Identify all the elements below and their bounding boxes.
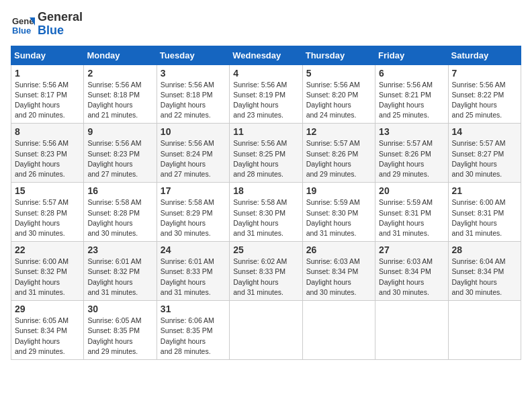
header: General Blue General Blue xyxy=(11,11,521,38)
calendar-cell: 4 Sunrise: 5:56 AM Sunset: 8:19 PM Dayli… xyxy=(230,64,302,124)
day-number: 14 xyxy=(452,126,517,137)
day-number: 5 xyxy=(306,68,371,79)
day-number: 25 xyxy=(233,244,298,255)
calendar-week-3: 15 Sunrise: 5:57 AM Sunset: 8:28 PM Dayl… xyxy=(11,183,521,242)
day-info: Sunrise: 6:03 AM Sunset: 8:34 PM Dayligh… xyxy=(306,257,371,298)
weekday-friday: Friday xyxy=(375,46,448,64)
day-info: Sunrise: 6:01 AM Sunset: 8:32 PM Dayligh… xyxy=(87,257,152,298)
calendar-cell: 22 Sunrise: 6:00 AM Sunset: 8:32 PM Dayl… xyxy=(11,242,84,301)
day-info: Sunrise: 5:56 AM Sunset: 8:19 PM Dayligh… xyxy=(233,80,298,121)
day-number: 1 xyxy=(15,68,80,79)
day-info: Sunrise: 6:04 AM Sunset: 8:34 PM Dayligh… xyxy=(452,257,517,298)
day-number: 3 xyxy=(161,68,226,79)
calendar-cell: 11 Sunrise: 5:56 AM Sunset: 8:25 PM Dayl… xyxy=(230,124,302,183)
day-info: Sunrise: 6:03 AM Sunset: 8:34 PM Dayligh… xyxy=(379,257,444,298)
calendar-cell: 24 Sunrise: 6:01 AM Sunset: 8:33 PM Dayl… xyxy=(157,242,229,301)
calendar-cell: 1 Sunrise: 5:56 AM Sunset: 8:17 PM Dayli… xyxy=(11,64,84,124)
calendar-cell: 14 Sunrise: 5:57 AM Sunset: 8:27 PM Dayl… xyxy=(448,124,521,183)
day-info: Sunrise: 5:59 AM Sunset: 8:30 PM Dayligh… xyxy=(306,197,371,238)
svg-text:Blue: Blue xyxy=(12,26,31,36)
day-number: 18 xyxy=(233,185,298,196)
day-number: 20 xyxy=(379,185,444,196)
calendar-cell: 9 Sunrise: 5:56 AM Sunset: 8:23 PM Dayli… xyxy=(84,124,157,183)
day-number: 7 xyxy=(452,68,517,79)
weekday-header-row: SundayMondayTuesdayWednesdayThursdayFrid… xyxy=(11,46,521,64)
day-number: 11 xyxy=(233,126,298,137)
calendar-week-4: 22 Sunrise: 6:00 AM Sunset: 8:32 PM Dayl… xyxy=(11,242,521,301)
calendar-week-5: 29 Sunrise: 6:05 AM Sunset: 8:34 PM Dayl… xyxy=(11,301,521,360)
calendar-cell: 25 Sunrise: 6:02 AM Sunset: 8:33 PM Dayl… xyxy=(230,242,302,301)
calendar-cell: 31 Sunrise: 6:06 AM Sunset: 8:35 PM Dayl… xyxy=(157,301,229,360)
calendar-cell: 15 Sunrise: 5:57 AM Sunset: 8:28 PM Dayl… xyxy=(11,183,84,242)
day-number: 2 xyxy=(87,68,152,79)
weekday-tuesday: Tuesday xyxy=(157,46,229,64)
logo: General Blue General Blue xyxy=(11,11,83,38)
calendar-cell xyxy=(375,301,448,360)
calendar-cell xyxy=(448,301,521,360)
day-number: 26 xyxy=(306,244,371,255)
weekday-wednesday: Wednesday xyxy=(230,46,302,64)
logo-blue: Blue xyxy=(38,24,83,38)
calendar-cell: 21 Sunrise: 6:00 AM Sunset: 8:31 PM Dayl… xyxy=(448,183,521,242)
day-number: 21 xyxy=(452,185,517,196)
day-info: Sunrise: 5:56 AM Sunset: 8:25 PM Dayligh… xyxy=(233,138,298,179)
day-number: 31 xyxy=(161,304,226,314)
day-number: 10 xyxy=(161,126,226,137)
day-number: 13 xyxy=(379,126,444,137)
calendar-cell: 7 Sunrise: 5:56 AM Sunset: 8:22 PM Dayli… xyxy=(448,64,521,124)
day-number: 16 xyxy=(87,185,152,196)
day-info: Sunrise: 6:00 AM Sunset: 8:31 PM Dayligh… xyxy=(452,197,517,238)
logo-icon: General Blue xyxy=(11,12,35,36)
day-info: Sunrise: 5:56 AM Sunset: 8:18 PM Dayligh… xyxy=(87,80,152,121)
day-info: Sunrise: 5:56 AM Sunset: 8:18 PM Dayligh… xyxy=(161,80,226,121)
calendar-cell: 2 Sunrise: 5:56 AM Sunset: 8:18 PM Dayli… xyxy=(84,64,157,124)
day-info: Sunrise: 6:05 AM Sunset: 8:34 PM Dayligh… xyxy=(15,316,80,357)
day-info: Sunrise: 5:56 AM Sunset: 8:23 PM Dayligh… xyxy=(87,138,152,179)
calendar-week-1: 1 Sunrise: 5:56 AM Sunset: 8:17 PM Dayli… xyxy=(11,64,521,124)
calendar: SundayMondayTuesdayWednesdayThursdayFrid… xyxy=(11,46,521,360)
calendar-cell: 10 Sunrise: 5:56 AM Sunset: 8:24 PM Dayl… xyxy=(157,124,229,183)
day-info: Sunrise: 6:01 AM Sunset: 8:33 PM Dayligh… xyxy=(161,257,226,298)
day-info: Sunrise: 5:57 AM Sunset: 8:26 PM Dayligh… xyxy=(306,138,371,179)
day-number: 8 xyxy=(15,126,80,137)
calendar-cell: 19 Sunrise: 5:59 AM Sunset: 8:30 PM Dayl… xyxy=(302,183,375,242)
calendar-cell: 26 Sunrise: 6:03 AM Sunset: 8:34 PM Dayl… xyxy=(302,242,375,301)
day-number: 28 xyxy=(452,244,517,255)
weekday-monday: Monday xyxy=(84,46,157,64)
calendar-cell: 6 Sunrise: 5:56 AM Sunset: 8:21 PM Dayli… xyxy=(375,64,448,124)
calendar-cell: 23 Sunrise: 6:01 AM Sunset: 8:32 PM Dayl… xyxy=(84,242,157,301)
calendar-cell: 29 Sunrise: 6:05 AM Sunset: 8:34 PM Dayl… xyxy=(11,301,84,360)
calendar-cell: 30 Sunrise: 6:05 AM Sunset: 8:35 PM Dayl… xyxy=(84,301,157,360)
day-info: Sunrise: 5:57 AM Sunset: 8:26 PM Dayligh… xyxy=(379,138,444,179)
calendar-cell: 16 Sunrise: 5:58 AM Sunset: 8:28 PM Dayl… xyxy=(84,183,157,242)
day-number: 9 xyxy=(87,126,152,137)
calendar-cell: 17 Sunrise: 5:58 AM Sunset: 8:29 PM Dayl… xyxy=(157,183,229,242)
day-info: Sunrise: 6:06 AM Sunset: 8:35 PM Dayligh… xyxy=(161,316,226,357)
calendar-cell: 18 Sunrise: 5:58 AM Sunset: 8:30 PM Dayl… xyxy=(230,183,302,242)
day-info: Sunrise: 5:56 AM Sunset: 8:21 PM Dayligh… xyxy=(379,80,444,121)
day-number: 4 xyxy=(233,68,298,79)
calendar-week-2: 8 Sunrise: 5:56 AM Sunset: 8:23 PM Dayli… xyxy=(11,124,521,183)
logo-general: General xyxy=(38,11,83,24)
day-info: Sunrise: 5:56 AM Sunset: 8:20 PM Dayligh… xyxy=(306,80,371,121)
day-info: Sunrise: 5:58 AM Sunset: 8:28 PM Dayligh… xyxy=(87,197,152,238)
calendar-cell: 13 Sunrise: 5:57 AM Sunset: 8:26 PM Dayl… xyxy=(375,124,448,183)
day-number: 24 xyxy=(161,244,226,255)
weekday-thursday: Thursday xyxy=(302,46,375,64)
day-info: Sunrise: 5:56 AM Sunset: 8:24 PM Dayligh… xyxy=(161,138,226,179)
day-info: Sunrise: 5:57 AM Sunset: 8:27 PM Dayligh… xyxy=(452,138,517,179)
day-number: 29 xyxy=(15,304,80,314)
day-number: 27 xyxy=(379,244,444,255)
day-number: 22 xyxy=(15,244,80,255)
calendar-cell: 5 Sunrise: 5:56 AM Sunset: 8:20 PM Dayli… xyxy=(302,64,375,124)
calendar-cell: 28 Sunrise: 6:04 AM Sunset: 8:34 PM Dayl… xyxy=(448,242,521,301)
calendar-cell: 12 Sunrise: 5:57 AM Sunset: 8:26 PM Dayl… xyxy=(302,124,375,183)
calendar-cell: 20 Sunrise: 5:59 AM Sunset: 8:31 PM Dayl… xyxy=(375,183,448,242)
day-number: 17 xyxy=(161,185,226,196)
day-info: Sunrise: 5:56 AM Sunset: 8:23 PM Dayligh… xyxy=(15,138,80,179)
day-info: Sunrise: 5:59 AM Sunset: 8:31 PM Dayligh… xyxy=(379,197,444,238)
day-info: Sunrise: 5:56 AM Sunset: 8:17 PM Dayligh… xyxy=(15,80,80,121)
calendar-cell xyxy=(230,301,302,360)
day-number: 19 xyxy=(306,185,371,196)
day-number: 6 xyxy=(379,68,444,79)
